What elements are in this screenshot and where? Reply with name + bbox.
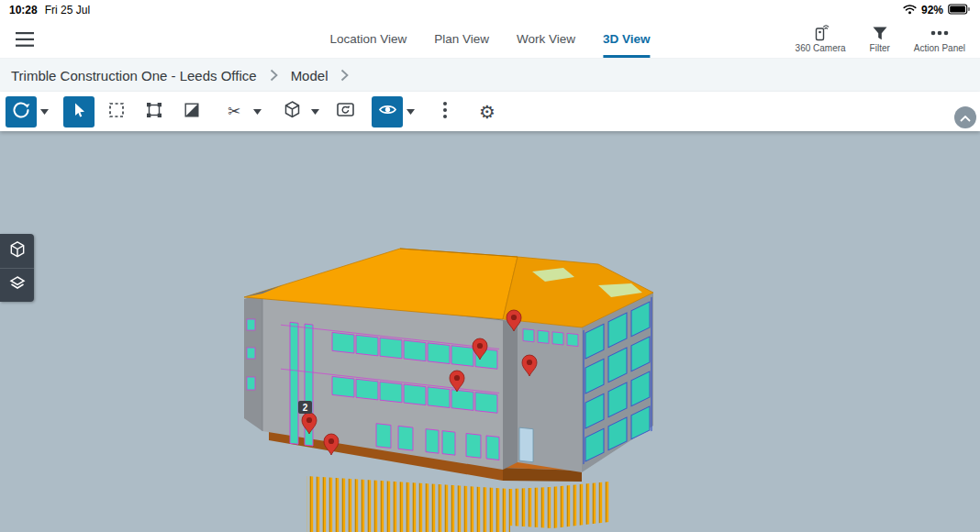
action-panel-button[interactable]: Action Panel <box>914 26 965 53</box>
view-tabs: Location View Plan View Work View 3D Vie… <box>329 20 650 58</box>
menu-icon[interactable] <box>0 20 50 58</box>
cube-icon <box>283 100 302 123</box>
battery-icon <box>948 4 971 17</box>
camera-360-button[interactable]: 360 Camera <box>796 25 846 53</box>
filter-label: Filter <box>870 43 890 53</box>
model-tree-button[interactable] <box>0 234 34 268</box>
action-panel-label: Action Panel <box>914 43 965 53</box>
marquee-icon <box>107 101 126 123</box>
breadcrumb-section[interactable]: Model <box>291 68 329 83</box>
marquee-select-button[interactable] <box>101 96 132 127</box>
3d-view-area[interactable]: 2 <box>0 131 980 532</box>
date: Fri 25 Jul <box>45 4 90 17</box>
layers-button[interactable] <box>0 268 34 302</box>
model-tool-button[interactable] <box>276 96 307 127</box>
more-options-button[interactable] <box>429 96 461 127</box>
svg-text:2: 2 <box>303 403 308 413</box>
tab-work-view[interactable]: Work View <box>517 20 575 58</box>
frame-handles-icon <box>145 101 163 123</box>
breadcrumb-project[interactable]: Trimble Construction One - Leeds Office <box>11 68 257 83</box>
filter-icon <box>872 26 888 41</box>
status-bar: 10:28 Fri 25 Jul 92% <box>0 0 980 20</box>
clock: 10:28 <box>9 4 38 17</box>
scissors-icon: ✂ <box>228 104 240 119</box>
nav-actions: 360 Camera Filter Action Panel <box>796 20 980 58</box>
camera-360-icon <box>810 25 830 41</box>
visibility-tool-button[interactable] <box>372 96 403 127</box>
cursor-icon <box>70 101 88 123</box>
tab-plan-view[interactable]: Plan View <box>434 20 489 58</box>
orbit-icon <box>11 100 31 124</box>
foundation-piles <box>306 476 510 532</box>
view-side-panel <box>0 234 34 302</box>
cube-icon <box>8 240 27 262</box>
foundation-piles <box>510 482 609 528</box>
orbit-dropdown-caret[interactable] <box>37 96 52 127</box>
orbit-tool-button[interactable] <box>6 96 37 127</box>
model-toolbar: ✂ ⚙ <box>0 92 980 131</box>
visibility-dropdown-caret[interactable] <box>403 96 418 127</box>
3d-model-viewport[interactable]: 2 <box>0 131 980 532</box>
top-navigation: Location View Plan View Work View 3D Vie… <box>0 20 980 59</box>
eye-icon <box>378 100 397 123</box>
transform-tool-button[interactable] <box>139 96 170 127</box>
clip-plane-icon <box>183 101 201 123</box>
building-model[interactable] <box>244 249 653 472</box>
layers-icon <box>8 274 27 296</box>
settings-button[interactable]: ⚙ <box>472 96 503 127</box>
chevron-right-icon <box>270 69 278 82</box>
chevron-up-icon <box>960 109 971 126</box>
battery-percent: 92% <box>921 4 943 17</box>
snapshot-icon <box>336 100 355 123</box>
ellipsis-icon <box>929 26 951 41</box>
tab-location-view[interactable]: Location View <box>329 20 406 58</box>
wifi-icon <box>903 4 917 17</box>
cut-dropdown-caret[interactable] <box>250 96 265 127</box>
collapse-toolbar-button[interactable] <box>954 106 976 128</box>
gear-icon: ⚙ <box>479 103 496 121</box>
kebab-icon <box>442 101 448 123</box>
select-tool-button[interactable] <box>63 96 95 127</box>
tab-3d-view[interactable]: 3D View <box>603 20 651 58</box>
clip-plane-button[interactable] <box>176 96 207 127</box>
snapshot-tool-button[interactable] <box>329 96 361 127</box>
cut-tool-button[interactable]: ✂ <box>218 96 250 127</box>
chevron-right-icon <box>340 69 349 82</box>
camera-360-label: 360 Camera <box>796 43 846 53</box>
filter-button[interactable]: Filter <box>870 26 890 53</box>
model-dropdown-caret[interactable] <box>307 96 323 127</box>
breadcrumb: Trimble Construction One - Leeds Office … <box>0 59 980 92</box>
